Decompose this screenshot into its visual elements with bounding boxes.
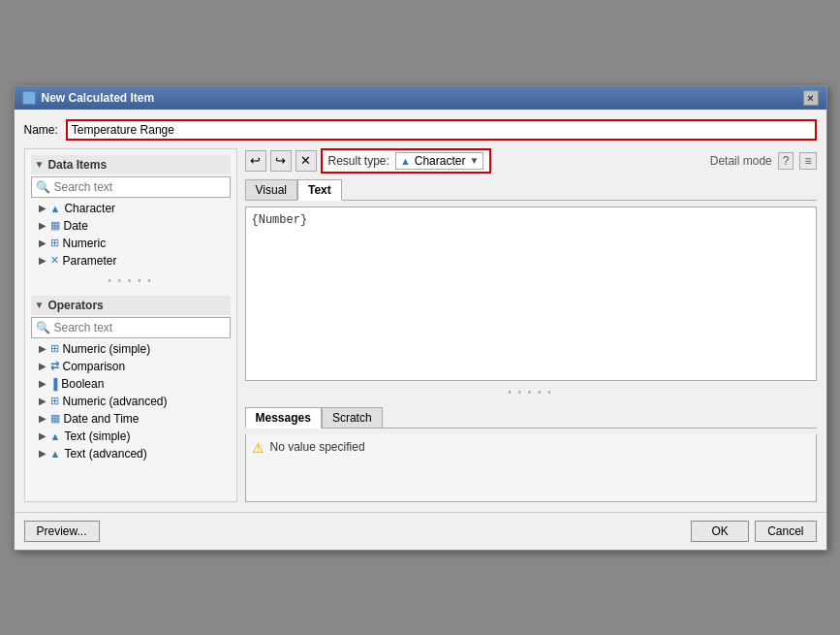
parameter-icon: ✕	[50, 254, 59, 267]
numeric-advanced-icon: ⊞	[50, 395, 59, 407]
ok-button[interactable]: OK	[691, 521, 749, 542]
close-button[interactable]: ×	[803, 90, 819, 106]
dialog-title: New Calculated Item	[42, 91, 155, 105]
operators-header[interactable]: ▼ Operators	[31, 296, 231, 315]
op-text-simple-label: Text (simple)	[64, 429, 130, 443]
undo-button[interactable]: ↩	[245, 150, 266, 172]
tab-visual[interactable]: Visual	[245, 179, 297, 200]
bottom-tabs: Messages Scratch	[245, 407, 817, 429]
data-items-section: ▼ Data Items 🔍 ▶ ▲ Character	[31, 155, 231, 270]
op-text-advanced[interactable]: ▶ ▲ Text (advanced)	[35, 445, 231, 462]
message-text: No value specified	[270, 440, 365, 454]
toolbar-left: ↩ ↪ ✕ Result type: ▲ Character ▼	[245, 148, 492, 174]
data-items-header[interactable]: ▼ Data Items	[31, 155, 231, 175]
cancel-button[interactable]: Cancel	[755, 521, 816, 542]
preview-button[interactable]: Preview...	[24, 521, 100, 542]
op-boolean[interactable]: ▶ ▐ Boolean	[35, 375, 231, 393]
expression-tabs: Visual Text	[245, 179, 817, 201]
dialog: New Calculated Item × Name: ▼ Data Items	[14, 85, 827, 551]
op-text-simple[interactable]: ▶ ▲ Text (simple)	[35, 428, 231, 445]
data-item-date-label: Date	[64, 219, 88, 233]
footer-right: OK Cancel	[691, 521, 816, 542]
help-button[interactable]: ?	[778, 152, 794, 170]
data-item-parameter[interactable]: ▶ ✕ Parameter	[35, 252, 231, 270]
divider-dots-1: • • • • •	[31, 275, 231, 286]
options-button[interactable]: ≡	[799, 152, 816, 170]
main-area: ▼ Data Items 🔍 ▶ ▲ Character	[24, 148, 817, 502]
operators-arrow: ▼	[35, 300, 45, 310]
op-comparison-label: Comparison	[63, 360, 126, 373]
result-type-value-label: Character	[415, 154, 466, 168]
data-search-input[interactable]	[54, 180, 226, 194]
expression-content: {Number}	[252, 213, 308, 227]
delete-button[interactable]: ✕	[296, 150, 317, 172]
numeric-simple-icon: ⊞	[50, 342, 59, 355]
messages-area: ⚠ No value specified	[245, 434, 817, 502]
dialog-body: Name: ▼ Data Items 🔍	[15, 110, 826, 512]
redo-button[interactable]: ↪	[270, 150, 292, 172]
date-time-icon: ▦	[50, 412, 60, 425]
divider-dots-2: • • • • •	[245, 387, 817, 397]
name-input[interactable]	[66, 119, 817, 141]
data-item-character[interactable]: ▶ ▲ Character	[35, 200, 231, 217]
title-bar: New Calculated Item ×	[15, 86, 826, 110]
op-numeric-simple[interactable]: ▶ ⊞ Numeric (simple)	[35, 340, 231, 358]
text-advanced-icon: ▲	[50, 448, 61, 460]
data-item-character-label: Character	[64, 202, 115, 215]
text-simple-icon: ▲	[50, 430, 61, 442]
toolbar-row: ↩ ↪ ✕ Result type: ▲ Character ▼	[245, 148, 817, 174]
comparison-icon: ⇄	[50, 360, 59, 372]
numeric-icon: ⊞	[50, 237, 59, 249]
right-panel: ↩ ↪ ✕ Result type: ▲ Character ▼	[245, 148, 817, 502]
data-search-icon: 🔍	[36, 180, 50, 194]
data-items-list: ▶ ▲ Character ▶ ▦ Date ▶ ⊞ Numeric	[31, 200, 231, 270]
data-item-parameter-label: Parameter	[63, 254, 117, 268]
result-type-char-icon: ▲	[400, 155, 411, 167]
op-comparison[interactable]: ▶ ⇄ Comparison	[35, 358, 231, 375]
left-panel: ▼ Data Items 🔍 ▶ ▲ Character	[24, 148, 237, 502]
tab-messages[interactable]: Messages	[245, 407, 322, 429]
op-date-time-label: Date and Time	[64, 412, 140, 426]
op-search-icon: 🔍	[36, 321, 50, 334]
name-row: Name:	[24, 119, 817, 141]
dialog-icon	[22, 91, 36, 105]
toolbar-right: Detail mode ? ≡	[710, 152, 817, 170]
data-items-arrow: ▼	[35, 159, 45, 170]
boolean-icon: ▐	[50, 378, 58, 390]
result-type-label: Result type:	[328, 154, 389, 168]
result-type-dropdown-arrow: ▼	[469, 155, 479, 166]
op-search-box: 🔍	[31, 317, 231, 338]
operators-section: ▼ Operators 🔍 ▶ ⊞ Numeric (simple)	[31, 296, 231, 462]
data-search-box: 🔍	[31, 176, 231, 198]
result-type-dropdown[interactable]: ▲ Character ▼	[395, 152, 483, 170]
tab-scratch[interactable]: Scratch	[322, 407, 383, 428]
dialog-footer: Preview... OK Cancel	[15, 512, 826, 550]
op-numeric-simple-label: Numeric (simple)	[63, 342, 151, 356]
data-items-label: Data Items	[47, 158, 107, 172]
op-boolean-label: Boolean	[61, 377, 104, 391]
warning-icon: ⚠	[252, 440, 264, 456]
operators-list: ▶ ⊞ Numeric (simple) ▶ ⇄ Comparison ▶ ▐	[31, 340, 231, 462]
date-icon: ▦	[50, 219, 60, 232]
op-text-advanced-label: Text (advanced)	[64, 447, 146, 460]
result-type-box: Result type: ▲ Character ▼	[321, 148, 492, 174]
tab-text[interactable]: Text	[297, 179, 342, 201]
detail-mode-label: Detail mode	[710, 154, 772, 168]
op-numeric-advanced-label: Numeric (advanced)	[63, 395, 168, 408]
data-item-numeric[interactable]: ▶ ⊞ Numeric	[35, 235, 231, 252]
data-item-date[interactable]: ▶ ▦ Date	[35, 217, 231, 235]
op-numeric-advanced[interactable]: ▶ ⊞ Numeric (advanced)	[35, 393, 231, 410]
character-icon: ▲	[50, 203, 61, 214]
name-label: Name:	[24, 123, 58, 137]
op-search-input[interactable]	[54, 321, 226, 334]
op-date-time[interactable]: ▶ ▦ Date and Time	[35, 410, 231, 428]
operators-label: Operators	[47, 299, 103, 312]
data-item-numeric-label: Numeric	[63, 237, 107, 250]
expression-area[interactable]: {Number}	[245, 206, 817, 381]
title-bar-left: New Calculated Item	[22, 91, 155, 105]
